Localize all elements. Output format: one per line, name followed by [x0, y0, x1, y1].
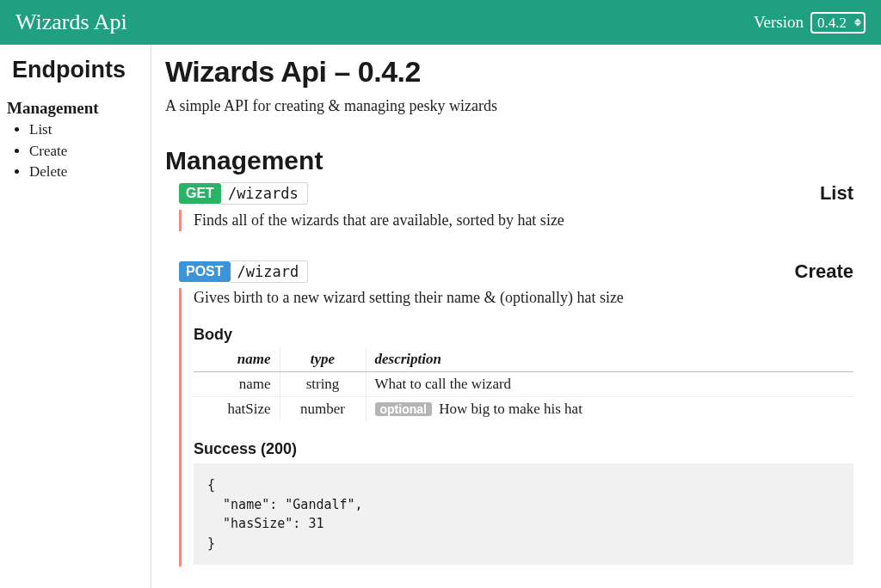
page-subtitle: A simple API for creating & managing pes… — [165, 97, 853, 115]
success-code: { "name": "Gandalf", "hasSize": 31 } — [194, 463, 853, 565]
sidebar-title: Endpoints — [7, 57, 142, 83]
method-badge-get: GET — [179, 183, 221, 204]
params-table: name type description name string What t… — [194, 347, 853, 421]
endpoint-name: Create — [795, 260, 853, 283]
version-select[interactable]: 0.4.2 — [810, 12, 866, 34]
sidebar-group-management[interactable]: Management — [7, 99, 142, 118]
endpoint-desc: Gives birth to a new wizard setting thei… — [194, 289, 853, 307]
param-type: string — [280, 372, 366, 397]
table-row: name string What to call the wizard — [194, 372, 853, 397]
method-badge-post: POST — [179, 261, 231, 282]
param-name: name — [194, 372, 280, 397]
endpoint-name: List — [820, 182, 853, 205]
section-heading-management: Management — [165, 146, 853, 175]
main-content: Wizards Api – 0.4.2 A simple API for cre… — [151, 45, 881, 588]
version-area: Version 0.4.2 — [754, 13, 866, 32]
param-desc: What to call the wizard — [366, 372, 853, 397]
topbar: Wizards Api Version 0.4.2 — [0, 0, 881, 45]
sidebar-item-delete[interactable]: Delete — [29, 162, 142, 183]
sidebar: Endpoints Management List Create Delete — [0, 45, 151, 588]
param-type: number — [280, 397, 366, 422]
param-desc: optional How big to make his hat — [366, 397, 853, 422]
col-desc: description — [366, 347, 853, 372]
endpoint-list: GET /wizards List Finds all of the wizar… — [165, 182, 853, 231]
version-label: Version — [754, 13, 804, 32]
sidebar-list: List Create Delete — [7, 119, 142, 183]
sidebar-item-list[interactable]: List — [29, 119, 142, 141]
page-title: Wizards Api – 0.4.2 — [165, 55, 853, 89]
col-name: name — [194, 347, 280, 372]
success-heading: Success (200) — [194, 440, 853, 458]
col-type: type — [280, 347, 366, 372]
endpoint-path: /wizards — [221, 182, 308, 205]
param-name: hatSize — [194, 397, 280, 422]
table-row: hatSize number optional How big to make … — [194, 397, 853, 422]
endpoint-create: POST /wizard Create Gives birth to a new… — [165, 260, 853, 567]
tag-optional: optional — [375, 402, 432, 416]
endpoint-desc: Finds all of the wizards that are availa… — [194, 211, 853, 230]
body-heading: Body — [194, 326, 853, 344]
sidebar-item-create[interactable]: Create — [29, 141, 142, 162]
brand-title: Wizards Api — [15, 9, 127, 35]
param-desc-text: How big to make his hat — [439, 401, 582, 417]
endpoint-path: /wizard — [231, 260, 309, 283]
